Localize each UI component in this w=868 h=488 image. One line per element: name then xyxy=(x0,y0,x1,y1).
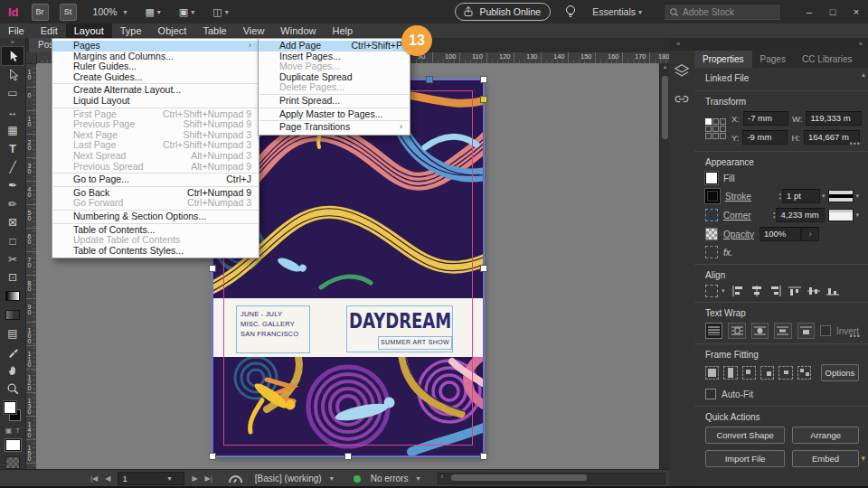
arrange-documents-dropdown-icon[interactable]: ▾ xyxy=(225,8,229,16)
wrap-object-shape-icon[interactable] xyxy=(751,323,769,339)
fill-stroke-swatches[interactable] xyxy=(2,400,24,423)
stroke-style-dropdown[interactable]: ▾ xyxy=(828,190,859,202)
formatting-text-toggle[interactable]: T xyxy=(15,427,20,435)
free-transform-tool[interactable]: ⊡ xyxy=(2,268,24,286)
type-tool[interactable]: T xyxy=(2,139,24,157)
align-top-icon[interactable] xyxy=(788,286,801,296)
selection-tool[interactable] xyxy=(2,47,24,65)
gap-tool[interactable]: ↔ xyxy=(2,102,24,120)
formatting-container-toggle[interactable]: ▣ xyxy=(5,427,13,435)
fill-swatch[interactable] xyxy=(4,401,16,414)
corner-radius-stepper[interactable]: ▴▾ 4,233 mm xyxy=(773,208,826,222)
gradient-tool[interactable] xyxy=(2,287,24,305)
handle-bottom-right[interactable] xyxy=(480,453,487,460)
handle-bottom-center[interactable] xyxy=(344,453,352,460)
fit-content-to-frame-icon[interactable] xyxy=(760,366,774,380)
align-to-selector[interactable]: ▾ xyxy=(705,285,725,297)
align-bottom-icon[interactable] xyxy=(826,286,839,296)
handle-bottom-left[interactable] xyxy=(209,453,216,460)
zoom-level-value[interactable]: 100% xyxy=(93,6,118,17)
center-content-icon[interactable] xyxy=(778,366,792,380)
menu-item-numbering-section-options[interactable]: Numbering & Section Options... xyxy=(52,211,259,222)
gradient-feather-tool[interactable] xyxy=(2,305,24,324)
handle-content-blue[interactable] xyxy=(426,76,433,83)
page-number-field[interactable]: 1 ▾ xyxy=(118,472,184,485)
maximize-button[interactable]: □ xyxy=(821,6,844,17)
opacity-value[interactable]: 100% xyxy=(760,227,801,241)
y-field[interactable]: -9 mm xyxy=(742,130,788,145)
embed-button[interactable]: Embed xyxy=(792,450,859,467)
last-page-button[interactable]: ▶| xyxy=(205,474,212,483)
page-tool[interactable]: ▭ xyxy=(2,84,24,102)
content-collector-tool[interactable]: ▦ xyxy=(2,121,24,139)
view-options-icon[interactable]: ▦ xyxy=(145,6,154,18)
bridge-button[interactable]: Br xyxy=(32,4,49,21)
ruler-origin-box[interactable] xyxy=(25,52,37,64)
preflight-icon[interactable] xyxy=(229,475,242,483)
opacity-expand-icon[interactable]: › xyxy=(801,227,819,241)
wrap-bounding-box-icon[interactable] xyxy=(728,323,745,339)
fitting-options-button[interactable]: Options xyxy=(821,364,859,381)
content-aware-fit-icon[interactable] xyxy=(797,366,811,380)
menu-table[interactable]: Table xyxy=(194,23,234,38)
invert-checkbox[interactable] xyxy=(820,325,831,336)
submenu-item-add-page[interactable]: Add PageCtrl+Shift+P xyxy=(259,41,410,52)
next-page-button[interactable]: ▶ xyxy=(192,474,197,483)
adobe-stock-search[interactable]: Adobe Stock xyxy=(664,4,781,20)
object-corner-icon[interactable] xyxy=(705,246,718,258)
fit-content-proportionally-icon[interactable] xyxy=(723,366,737,380)
handle-middle-right[interactable] xyxy=(480,265,487,272)
text-wrap-more-icon[interactable]: ••• xyxy=(850,332,861,341)
menu-window[interactable]: Window xyxy=(272,23,324,38)
tab-cc-libraries[interactable]: CC Libraries xyxy=(794,51,861,68)
workspace-switcher[interactable]: Essentials xyxy=(592,6,636,17)
screen-mode-button[interactable] xyxy=(5,456,20,469)
submenu-item-page-transitions[interactable]: Page Transitions› xyxy=(259,122,410,133)
frame-tool[interactable]: ⊠ xyxy=(2,213,24,231)
horizontal-scroll-thumb[interactable] xyxy=(451,474,587,481)
menu-object[interactable]: Object xyxy=(150,23,195,38)
pencil-tool[interactable]: ✏ xyxy=(2,195,24,213)
menu-layout[interactable]: Layout xyxy=(66,23,112,38)
import-file-button[interactable]: Import File xyxy=(705,450,785,467)
toolbar-collapse-icon[interactable]: » xyxy=(11,38,14,47)
handle-top-right[interactable] xyxy=(480,76,487,83)
zoom-dropdown-icon[interactable]: ▾ xyxy=(123,8,127,16)
screen-mode-dropdown-icon[interactable]: ▾ xyxy=(191,8,194,16)
poster-schedule-frame[interactable]: JUNE - JULY MISC. GALLERY SAN FRANCISCO xyxy=(236,305,310,353)
menu-item-create-guides[interactable]: Create Guides... xyxy=(52,72,259,83)
errors-dropdown-icon[interactable]: ▾ xyxy=(416,474,420,483)
vertical-scroll-thumb[interactable] xyxy=(662,76,668,139)
menu-item-liquid-layout[interactable]: Liquid Layout xyxy=(52,96,259,107)
corner-options-swatch[interactable] xyxy=(705,209,718,221)
close-button[interactable]: × xyxy=(844,6,868,17)
menu-item-go-to-page[interactable]: Go to Page...Ctrl+J xyxy=(52,174,259,185)
first-page-button[interactable]: |◀ xyxy=(90,474,98,483)
fill-frame-proportionally-icon[interactable] xyxy=(705,366,719,380)
reference-point-grid[interactable] xyxy=(705,118,726,139)
convert-shape-button[interactable]: Convert Shape xyxy=(705,427,785,444)
jump-next-column-icon[interactable] xyxy=(797,323,815,339)
line-tool[interactable]: ╱ xyxy=(2,158,24,176)
tab-properties[interactable]: Properties xyxy=(694,51,752,68)
handle-content-yellow[interactable] xyxy=(480,96,487,103)
poster-title-frame[interactable]: DAYDREAM SUMMER ART SHOW xyxy=(346,305,453,352)
no-text-wrap-icon[interactable] xyxy=(705,323,722,339)
submenu-item-print-spread[interactable]: Print Spread... xyxy=(259,96,410,107)
scissors-tool[interactable]: ✂ xyxy=(2,250,24,268)
align-center-vertical-icon[interactable] xyxy=(807,286,820,296)
menu-item-table-of-contents-styles[interactable]: Table of Contents Styles... xyxy=(52,246,259,257)
scroll-left-icon[interactable]: ‹ xyxy=(440,472,443,481)
x-field[interactable]: -7 mm xyxy=(743,111,788,126)
pages-panel-icon[interactable] xyxy=(674,63,690,78)
menu-file[interactable]: File xyxy=(0,23,33,38)
zoom-tool[interactable] xyxy=(2,380,24,398)
opacity-field[interactable]: 100% › xyxy=(760,227,819,241)
align-left-icon[interactable] xyxy=(731,286,744,296)
workspace-dropdown-icon[interactable]: ▾ xyxy=(638,8,642,16)
view-options-dropdown-icon[interactable]: ▾ xyxy=(157,8,161,16)
note-tool[interactable]: ▤ xyxy=(2,324,24,343)
menu-view[interactable]: View xyxy=(235,23,273,38)
preflight-dropdown-icon[interactable]: ▾ xyxy=(330,474,334,483)
lightbulb-icon[interactable] xyxy=(563,4,578,20)
